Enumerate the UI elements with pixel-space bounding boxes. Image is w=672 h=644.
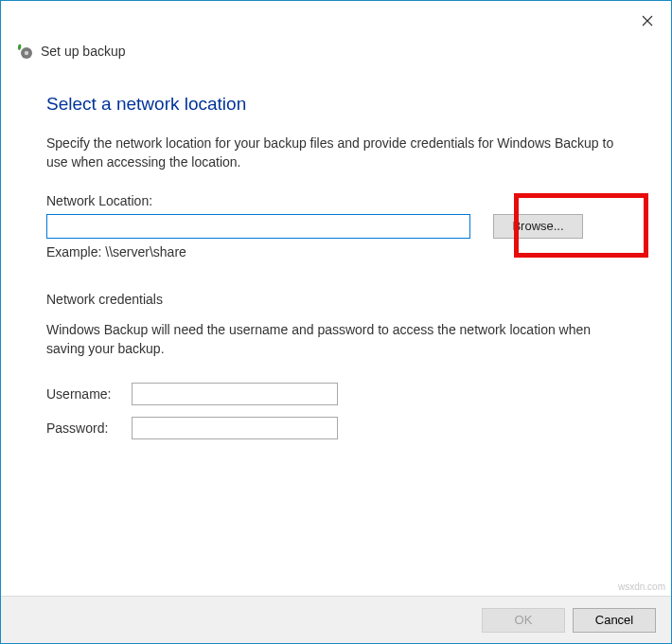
password-label: Password:	[46, 420, 132, 436]
watermark: wsxdn.com	[618, 581, 665, 592]
backup-icon	[16, 43, 33, 60]
wizard-header: Set up backup	[1, 29, 671, 63]
close-icon[interactable]	[637, 10, 658, 31]
network-location-input[interactable]	[46, 214, 470, 239]
wizard-title: Set up backup	[41, 44, 126, 59]
username-label: Username:	[46, 386, 132, 402]
username-row: Username:	[46, 383, 626, 405]
example-text: Example: \\server\share	[46, 244, 626, 259]
content-area: Select a network location Specify the ne…	[1, 63, 671, 439]
password-input[interactable]	[132, 417, 338, 439]
network-location-label: Network Location:	[46, 193, 626, 208]
credentials-description: Windows Backup will need the username an…	[46, 320, 626, 359]
cancel-button[interactable]: Cancel	[573, 608, 656, 633]
ok-button[interactable]: OK	[482, 608, 565, 633]
svg-point-1	[25, 51, 28, 55]
username-input[interactable]	[132, 383, 338, 405]
page-description: Specify the network location for your ba…	[46, 134, 626, 172]
network-location-row: Browse...	[46, 214, 626, 239]
password-row: Password:	[46, 417, 626, 439]
title-bar	[1, 1, 671, 29]
footer-bar: OK Cancel	[1, 596, 671, 643]
credentials-title: Network credentials	[46, 292, 626, 307]
browse-button[interactable]: Browse...	[493, 214, 583, 239]
page-heading: Select a network location	[46, 94, 626, 115]
